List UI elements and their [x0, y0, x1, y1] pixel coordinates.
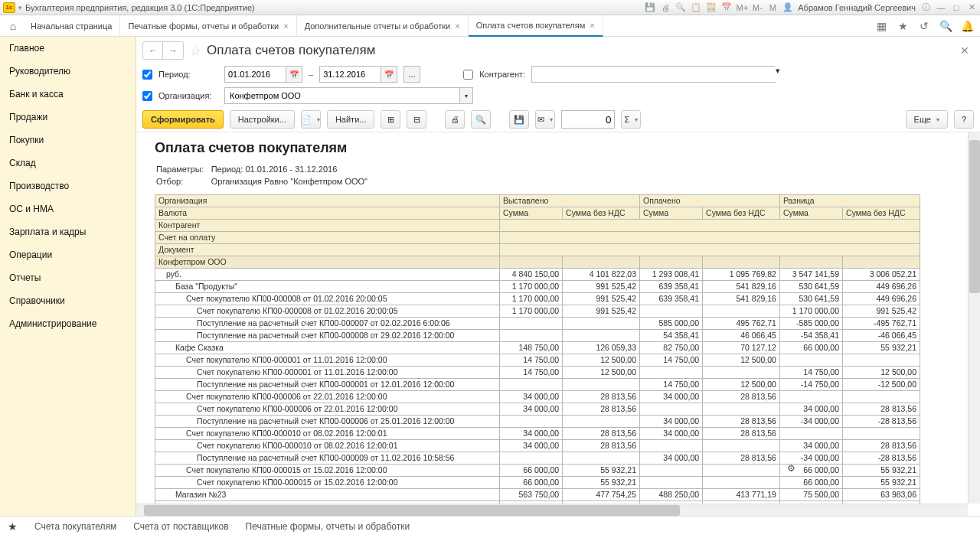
- sigma-button[interactable]: Σ: [621, 110, 641, 129]
- kontragent-checkbox[interactable]: [463, 70, 473, 80]
- info-icon[interactable]: ⓘ: [920, 2, 931, 13]
- maximize-icon[interactable]: □: [951, 2, 962, 13]
- mplus-icon[interactable]: M+: [737, 2, 747, 13]
- table-row[interactable]: Счет покупателю КП00-000010 от 08.02.201…: [155, 428, 920, 440]
- back-button[interactable]: ←: [143, 42, 163, 59]
- table-row[interactable]: Поступление на расчетный счет КП00-00000…: [155, 452, 920, 465]
- tab-0[interactable]: Начальная страница: [23, 15, 120, 37]
- close-page-button[interactable]: ✕: [956, 44, 974, 57]
- close-window-icon[interactable]: ✕: [966, 2, 977, 13]
- org-dropdown-button[interactable]: ▾: [459, 87, 473, 104]
- tab-3[interactable]: Оплата счетов покупателям×: [469, 15, 603, 37]
- tab-1[interactable]: Печатные формы, отчеты и обработки×: [120, 15, 296, 37]
- tab-2[interactable]: Дополнительные отчеты и обработки×: [297, 15, 469, 37]
- preview-button[interactable]: 🔍: [471, 110, 491, 129]
- print-icon[interactable]: 🖨: [660, 2, 671, 13]
- sidebar-item-9[interactable]: Операции: [0, 243, 136, 266]
- footer-link-3[interactable]: Печатные формы, отчеты и обработки: [246, 521, 410, 532]
- date-from-picker-button[interactable]: 📅: [286, 66, 302, 83]
- table-row[interactable]: Счет покупателю КП00-000001 от 11.01.201…: [155, 354, 920, 367]
- table-row[interactable]: Кафе Сказка148 750,00126 059,3382 750,00…: [155, 342, 920, 354]
- minimize-icon[interactable]: —: [936, 2, 946, 13]
- sidebar-item-3[interactable]: Продажи: [0, 106, 136, 129]
- sidebar-item-7[interactable]: ОС и НМА: [0, 197, 136, 220]
- table-row[interactable]: Поступление на расчетный счет КП00-00000…: [155, 379, 920, 391]
- tab-close-icon[interactable]: ×: [283, 21, 288, 31]
- org-checkbox[interactable]: [142, 91, 152, 101]
- variants-button[interactable]: 📄: [301, 110, 321, 129]
- sidebar-item-1[interactable]: Руководителю: [0, 60, 136, 83]
- period-more-button[interactable]: ...: [403, 66, 420, 83]
- date-to-input[interactable]: [319, 66, 381, 83]
- table-row[interactable]: Конфетпром ООО: [155, 256, 920, 269]
- find-button[interactable]: Найти...: [327, 110, 375, 129]
- m-icon[interactable]: M: [767, 2, 778, 13]
- sum-input[interactable]: [561, 110, 615, 129]
- collapse-all-button[interactable]: ⊟: [407, 110, 426, 129]
- table-row[interactable]: Счет покупателю КП00-000010 от 08.02.201…: [155, 440, 920, 452]
- send-button[interactable]: ✉: [535, 110, 555, 129]
- date-to-picker-button[interactable]: 📅: [381, 66, 397, 83]
- sidebar-item-8[interactable]: Зарплата и кадры: [0, 220, 136, 243]
- sidebar-item-12[interactable]: Администрирование: [0, 312, 136, 335]
- table-row[interactable]: руб.4 840 150,004 101 822,031 293 008,41…: [155, 269, 920, 281]
- horizontal-scrollbar[interactable]: [136, 504, 968, 516]
- settings-button[interactable]: Настройки...: [230, 110, 295, 129]
- more-button[interactable]: Еще: [906, 110, 948, 129]
- preview-icon[interactable]: 🔍: [675, 2, 686, 13]
- table-row[interactable]: Счет покупателю КП00-000008 от 01.02.201…: [155, 293, 920, 305]
- sidebar-item-4[interactable]: Покупки: [0, 129, 136, 152]
- sidebar-item-0[interactable]: Главное: [0, 37, 136, 60]
- kontragent-dropdown-button[interactable]: ▾: [776, 66, 780, 83]
- sidebar-item-6[interactable]: Производство: [0, 174, 136, 197]
- save-icon[interactable]: 💾: [645, 2, 655, 13]
- calc-icon[interactable]: 🧮: [706, 2, 717, 13]
- forward-button[interactable]: →: [163, 42, 183, 59]
- user-name[interactable]: Абрамов Геннадий Сергеевич: [798, 3, 916, 12]
- vertical-scrollbar[interactable]: [968, 132, 980, 504]
- notifications-icon[interactable]: 🔔: [960, 19, 974, 33]
- tab-close-icon[interactable]: ×: [590, 21, 594, 30]
- table-row[interactable]: Поступление на расчетный счет КП00-00000…: [155, 318, 920, 330]
- calendar-icon[interactable]: 📅: [721, 2, 732, 13]
- home-icon[interactable]: ⌂: [6, 19, 20, 33]
- tab-label: Оплата счетов покупателям: [476, 21, 586, 30]
- sidebar-item-11[interactable]: Справочники: [0, 289, 136, 312]
- favorites-star-icon[interactable]: ★: [896, 19, 910, 33]
- table-row[interactable]: Счет покупателю КП00-000006 от 22.01.201…: [155, 403, 920, 416]
- apps-grid-icon[interactable]: ▦: [874, 19, 888, 33]
- footer-link-1[interactable]: Счета покупателям: [34, 521, 116, 532]
- search-icon[interactable]: 🔍: [939, 19, 952, 33]
- sidebar-item-2[interactable]: Банк и касса: [0, 83, 136, 106]
- table-row[interactable]: Поступление на расчетный счет КП00-00000…: [155, 416, 920, 428]
- footer-star-icon[interactable]: ★: [8, 520, 18, 533]
- date-from-input[interactable]: [224, 66, 286, 83]
- save-report-button[interactable]: 💾: [509, 110, 529, 129]
- help-button[interactable]: ?: [954, 110, 974, 129]
- table-row[interactable]: Счет покупателю КП00-000001 от 11.01.201…: [155, 367, 920, 379]
- org-input[interactable]: [224, 87, 459, 104]
- table-row[interactable]: Магазин №23563 750,00477 754,25488 250,0…: [155, 489, 920, 501]
- mminus-icon[interactable]: M-: [752, 2, 763, 13]
- copy-icon[interactable]: 📋: [691, 2, 701, 13]
- table-row[interactable]: База "Продукты"1 170 000,00991 525,42639…: [155, 281, 920, 293]
- sidebar-item-10[interactable]: Отчеты: [0, 266, 136, 289]
- org-label: Организация:: [158, 91, 218, 100]
- table-row[interactable]: Счет покупателю КП00-000015 от 15.02.201…: [155, 465, 920, 477]
- footer-bar: ★ Счета покупателям Счета от поставщиков…: [0, 516, 980, 536]
- print-button[interactable]: 🖨: [445, 110, 465, 129]
- tab-close-icon[interactable]: ×: [455, 21, 459, 31]
- sidebar-item-5[interactable]: Склад: [0, 152, 136, 174]
- period-checkbox[interactable]: [142, 70, 152, 80]
- kontragent-input[interactable]: [531, 66, 776, 83]
- table-row[interactable]: Поступление на расчетный счет КП00-00000…: [155, 330, 920, 342]
- expand-all-button[interactable]: ⊞: [381, 110, 400, 129]
- history-icon[interactable]: ↺: [917, 19, 931, 33]
- table-row[interactable]: Счет покупателю КП00-000008 от 01.02.201…: [155, 305, 920, 318]
- favorite-star-icon[interactable]: ☆: [190, 44, 201, 58]
- table-row[interactable]: Счет покупателю КП00-000015 от 15.02.201…: [155, 477, 920, 489]
- table-row[interactable]: Счет покупателю КП00-000006 от 22.01.201…: [155, 391, 920, 403]
- app-menu-dropdown-icon[interactable]: ▾: [18, 4, 22, 11]
- footer-link-2[interactable]: Счета от поставщиков: [133, 521, 228, 532]
- form-report-button[interactable]: Сформировать: [142, 110, 224, 129]
